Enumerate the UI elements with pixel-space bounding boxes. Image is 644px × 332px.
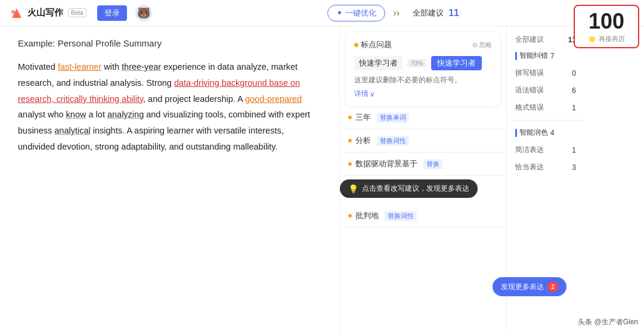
mini-text-1: 三年 <box>355 112 371 123</box>
word-score: 70% <box>407 59 426 67</box>
stats-item-concise[interactable]: 简洁表达 1 <box>507 141 584 159</box>
stats-item-format[interactable]: 格式错误 1 <box>507 99 584 116</box>
more-button[interactable]: ›› <box>390 7 404 20</box>
text-normal-2: with <box>101 62 122 72</box>
list-item: 三年 替换单词 <box>340 106 506 129</box>
suggestion-tag: 标点问题 <box>354 39 392 50</box>
mini-text-2: 分析 <box>355 135 371 146</box>
editor-area: Example: Personal Profile Summary Motiva… <box>0 26 340 332</box>
mini-tag-2: 替换词性 <box>377 136 409 146</box>
text-analyzing: analyzing <box>107 110 144 119</box>
text-analytical: analytical <box>54 126 90 135</box>
discover-button[interactable]: 发现更多表达 2 <box>493 277 507 296</box>
section-bar-1 <box>515 52 517 60</box>
text-good-prepared: good-prepared <box>245 94 302 104</box>
tooltip-row: 💡 点击查看改写建议，发现更多表达 <box>340 176 506 204</box>
stats-label-grammar: 语法错误 <box>515 85 544 95</box>
word-suggested[interactable]: 快速学习者 <box>431 56 482 70</box>
ignore-label: 忽略 <box>479 41 492 49</box>
stats-label-appropriate: 恰当表达 <box>515 162 544 172</box>
dot-icon-1 <box>348 116 352 119</box>
tooltip-text: 点击查看改写建议，发现更多表达 <box>362 184 469 194</box>
all-suggestions-header: 全部建议 11 <box>507 32 584 47</box>
stats-item-appropriate[interactable]: 恰当表达 3 <box>507 159 584 176</box>
text-normal-4: , and project leadership. A <box>143 94 245 104</box>
stats-label-format: 格式错误 <box>515 103 544 113</box>
suggestion-card-header: 标点问题 ⊖ 忽略 <box>354 39 492 50</box>
login-button[interactable]: 登录 <box>97 5 127 21</box>
mini-tag-4: 替换词性 <box>385 211 417 221</box>
score-sub: 🌟 再接再厉 <box>581 35 632 44</box>
avatar-button[interactable]: 🐻 <box>135 5 152 21</box>
list-item: 数据驱动背景基于 替换 <box>340 153 506 176</box>
dot-orange <box>354 43 358 47</box>
optimize-label: 一键优化 <box>345 8 376 18</box>
svg-point-0 <box>11 10 15 14</box>
stats-count-spelling: 0 <box>572 69 576 77</box>
dot-icon-2 <box>348 139 352 142</box>
suggestion-card: 标点问题 ⊖ 忽略 快速学习者 70% 快速学习者 这里建议删除不必要的标点符号… <box>346 32 500 106</box>
score-emoji: 🌟 <box>588 35 596 42</box>
text-normal-1: Motivated <box>18 62 58 72</box>
optimize-button[interactable]: ✦ 一键优化 <box>327 5 385 21</box>
suggestion-panel: 标点问题 ⊖ 忽略 快速学习者 70% 快速学习者 这里建议删除不必要的标点符号… <box>340 26 507 332</box>
logo-area: 火山写作 Beta 登录 🐻 <box>10 5 152 21</box>
detail-link[interactable]: 详情 ∨ <box>354 89 492 99</box>
tooltip-bubble: 💡 点击查看改写建议，发现更多表达 <box>340 179 478 198</box>
suggestions-label: 全部建议 <box>413 8 444 18</box>
section-label-2: 智能润色 <box>519 128 548 138</box>
main-layout: Example: Personal Profile Summary Motiva… <box>0 26 644 332</box>
discover-row: 发现更多表达 2 <box>340 228 506 237</box>
text-fast-learner: fast-learner <box>58 62 101 72</box>
word-row: 快速学习者 70% 快速学习者 <box>354 56 492 70</box>
score-sub-label: 再接再厉 <box>599 35 625 42</box>
text-know: know <box>66 110 86 119</box>
header-center: ✦ 一键优化 ›› 全部建议 11 <box>152 5 634 21</box>
suggestion-desc: 这里建议删除不必要的标点符号。 <box>354 75 492 85</box>
stats-count-grammar: 6 <box>572 86 576 95</box>
mini-tag-3: 替换 <box>423 159 442 169</box>
all-suggestions-label: 全部建议 <box>515 35 544 45</box>
doc-body[interactable]: Motivated fast-learner with three-year e… <box>18 59 321 155</box>
bulb-icon: 💡 <box>348 184 358 194</box>
stats-divider <box>507 120 584 120</box>
stats-label-concise: 简洁表达 <box>515 145 544 155</box>
text-normal-6: a lot <box>86 110 107 119</box>
chevron-down-icon: ∨ <box>370 90 375 98</box>
mini-text-3: 数据驱动背景基于 <box>355 159 417 169</box>
logo-text: 火山写作 <box>27 7 63 18</box>
text-three-year: three-year <box>122 62 161 72</box>
score-number: 100 <box>581 10 632 33</box>
logo-icon <box>10 6 24 20</box>
text-normal-5: analyst who <box>18 110 66 119</box>
section-label-1: 智能纠错 <box>519 51 548 61</box>
mini-text-4: 批判地 <box>355 210 379 221</box>
list-item: 批判地 替换词性 <box>340 204 506 228</box>
ignore-icon: ⊖ <box>472 41 478 49</box>
dot-icon-3 <box>348 162 352 166</box>
doc-title: Example: Personal Profile Summary <box>18 38 321 48</box>
ignore-button[interactable]: ⊖ 忽略 <box>472 41 492 49</box>
suggestions-count: 11 <box>448 8 459 18</box>
detail-label: 详情 <box>354 89 369 99</box>
score-box: 100 🌟 再接再厉 <box>574 5 639 48</box>
word-original: 快速学习者 <box>354 56 402 70</box>
optimize-icon: ✦ <box>336 8 343 17</box>
stats-count-concise: 1 <box>572 146 576 154</box>
list-item: 分析 替换词性 <box>340 129 506 153</box>
stats-count-appropriate: 3 <box>572 163 576 172</box>
discover-label: 发现更多表达 <box>501 282 507 292</box>
section-count-2: 4 <box>550 129 555 137</box>
watermark: 头条 @生产者Glen <box>578 317 638 327</box>
stats-item-spelling[interactable]: 拼写错误 0 <box>507 64 584 82</box>
stats-label-spelling: 拼写错误 <box>515 68 544 78</box>
beta-badge: Beta <box>68 8 86 17</box>
section-header-1: 智能纠错 7 <box>507 47 584 64</box>
suggestion-tag-label: 标点问题 <box>361 39 392 50</box>
section-header-2: 智能润色 4 <box>507 124 584 141</box>
dot-icon-4 <box>348 214 352 218</box>
header: 火山写作 Beta 登录 🐻 ✦ 一键优化 ›› 全部建议 11 100 🌟 再… <box>0 0 644 26</box>
stats-item-grammar[interactable]: 语法错误 6 <box>507 82 584 99</box>
section-bar-2 <box>515 129 517 137</box>
section-count-1: 7 <box>550 52 555 60</box>
